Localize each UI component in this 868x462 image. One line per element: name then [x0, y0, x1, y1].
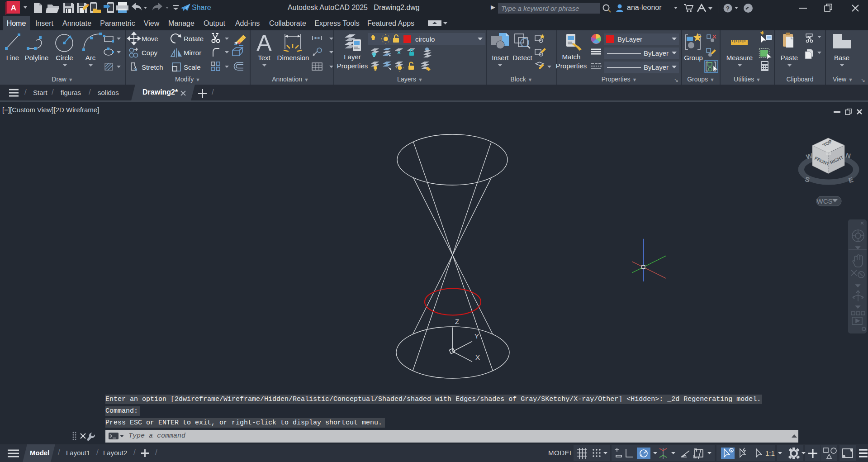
- svg-text:WCS: WCS: [817, 197, 833, 205]
- svg-text:?: ?: [726, 5, 730, 12]
- svg-text:X: X: [475, 353, 480, 361]
- svg-text:1:1: 1:1: [765, 449, 775, 457]
- svg-text:ByLayer: ByLayer: [644, 49, 669, 57]
- svg-text:ByLayer: ByLayer: [644, 63, 669, 71]
- svg-text:A: A: [256, 30, 272, 56]
- svg-text:ByLayer: ByLayer: [617, 35, 642, 43]
- svg-text:circulo: circulo: [415, 35, 435, 43]
- svg-text:N: N: [845, 151, 852, 160]
- svg-text:Z: Z: [455, 318, 459, 325]
- svg-text:A: A: [11, 4, 16, 12]
- svg-text:Y: Y: [474, 332, 479, 340]
